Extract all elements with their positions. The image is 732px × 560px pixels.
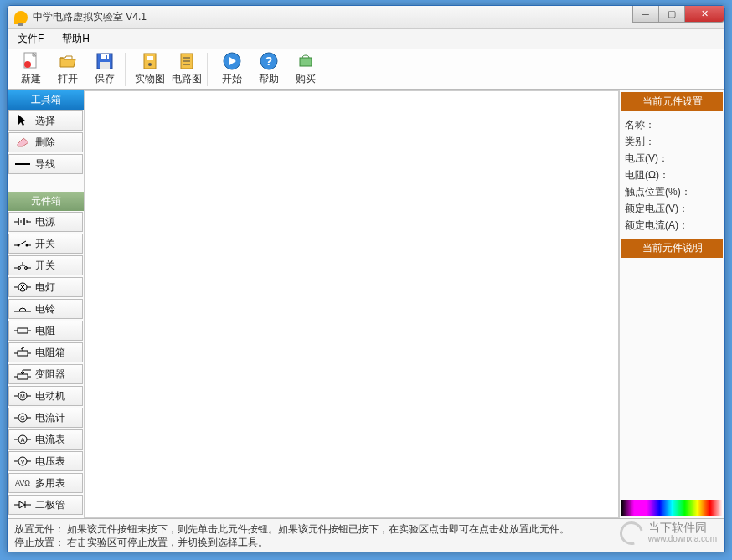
- component-switch-knife[interactable]: 开关: [8, 234, 83, 254]
- component-ammeter[interactable]: A 电流表: [8, 429, 83, 450]
- component-power[interactable]: 电源: [8, 212, 83, 232]
- right-panel: 当前元件设置 名称： 类别： 电压(V)： 电阻(Ω)： 触点位置(%)： 额定…: [619, 90, 724, 518]
- svg-rect-47: [18, 351, 28, 356]
- property-list: 名称： 类别： 电压(V)： 电阻(Ω)： 触点位置(%)： 额定电压(V)： …: [620, 113, 724, 237]
- menubar: 文件F 帮助H: [8, 29, 724, 49]
- window-title: 中学电路虚拟实验室 V4.1: [33, 10, 147, 24]
- minimize-button[interactable]: ─: [632, 6, 659, 23]
- watermark-name: 当下软件园: [648, 521, 717, 533]
- cursor-icon: [12, 114, 34, 127]
- toolbar: 新建 打开 保存 实物图 电路图 开始 ? 帮助 购买: [8, 49, 724, 90]
- tool-delete[interactable]: 删除: [8, 132, 83, 152]
- rheostat-icon: [12, 368, 34, 380]
- new-button[interactable]: 新建: [13, 51, 49, 88]
- prop-voltage: 电压(V)：: [625, 150, 719, 167]
- save-icon: [95, 52, 114, 70]
- resistor-box-icon: [12, 347, 34, 357]
- circuit-view-button[interactable]: 电路图: [168, 51, 205, 88]
- close-button[interactable]: ✕: [684, 6, 724, 23]
- open-icon: [59, 52, 77, 70]
- prop-rated-a: 额定电流(A)：: [625, 217, 719, 234]
- buy-icon: [296, 52, 315, 70]
- real-view-icon: [141, 52, 159, 70]
- save-button[interactable]: 保存: [86, 51, 123, 88]
- component-resistor-box[interactable]: 电阻箱: [8, 342, 83, 362]
- galvanometer-icon: G: [12, 413, 34, 423]
- open-button[interactable]: 打开: [49, 51, 86, 88]
- circuit-view-icon: [178, 52, 196, 70]
- toolbar-separator: [207, 53, 212, 86]
- component-bell[interactable]: 电铃: [8, 299, 83, 319]
- canvas-area[interactable]: [85, 90, 619, 518]
- svg-text:A: A: [21, 437, 25, 443]
- switch-button-icon: [12, 260, 34, 270]
- svg-rect-3: [101, 54, 109, 59]
- maximize-button[interactable]: ▢: [658, 6, 685, 23]
- multimeter-icon: AVΩ: [12, 479, 34, 487]
- content-area: 工具箱 选择 删除 导线 元件箱 电源 开关: [8, 90, 724, 518]
- statusbar: 放置元件： 如果该元件按钮未按下，则先单击此元件按钮。如果该元件按钮已按下，在实…: [8, 518, 724, 552]
- component-voltmeter[interactable]: V 电压表: [8, 451, 83, 471]
- help-icon: ?: [260, 52, 278, 70]
- svg-rect-6: [144, 54, 156, 69]
- component-diode[interactable]: 二极管: [8, 495, 83, 515]
- titlebar[interactable]: 中学电路虚拟实验室 V4.1 ─ ▢ ✕: [8, 6, 724, 29]
- prop-rated-v: 额定电压(V)：: [625, 200, 719, 217]
- window-buttons: ─ ▢ ✕: [633, 6, 724, 23]
- status-line-1: 放置元件： 如果该元件按钮未按下，则先单击此元件按钮。如果该元件按钮已按下，在实…: [14, 522, 718, 536]
- component-lamp[interactable]: 电灯: [8, 277, 83, 297]
- start-icon: [223, 52, 241, 70]
- eraser-icon: [12, 137, 34, 147]
- svg-rect-52: [18, 374, 28, 379]
- svg-rect-5: [106, 55, 107, 59]
- component-resistor[interactable]: 电阻: [8, 321, 83, 341]
- motor-icon: M: [12, 391, 34, 401]
- prop-name: 名称：: [625, 116, 719, 133]
- settings-header: 当前元件设置: [621, 92, 723, 111]
- ammeter-icon: A: [12, 434, 34, 444]
- svg-text:V: V: [21, 459, 25, 465]
- component-rheostat[interactable]: 变阻器: [8, 364, 83, 384]
- svg-rect-16: [300, 58, 312, 66]
- toolbar-separator: [125, 53, 130, 86]
- svg-rect-44: [18, 328, 28, 333]
- toolbox-header: 工具箱: [8, 90, 84, 110]
- app-window: 中学电路虚拟实验室 V4.1 ─ ▢ ✕ 文件F 帮助H 新建 打开 保存 实物…: [7, 5, 725, 552]
- watermark-url: www.downxia.com: [648, 533, 717, 545]
- svg-point-1: [24, 61, 31, 68]
- start-button[interactable]: 开始: [214, 51, 250, 88]
- component-motor[interactable]: M 电动机: [8, 386, 83, 406]
- voltmeter-icon: V: [12, 456, 34, 466]
- lamp-icon: [12, 282, 34, 292]
- component-switch-button[interactable]: 开关: [8, 255, 83, 275]
- menu-file[interactable]: 文件F: [13, 30, 49, 48]
- svg-point-8: [148, 63, 152, 66]
- wire-icon: [12, 162, 34, 167]
- watermark-logo-icon: [616, 517, 647, 549]
- tool-wire[interactable]: 导线: [8, 154, 83, 174]
- status-line-2: 停止放置： 右击实验区可停止放置，并切换到选择工具。: [14, 536, 718, 549]
- help-button[interactable]: ? 帮助: [250, 51, 287, 88]
- desc-header: 当前元件说明: [621, 239, 723, 258]
- buy-button[interactable]: 购买: [287, 51, 324, 88]
- tool-select[interactable]: 选择: [8, 110, 83, 131]
- svg-text:?: ?: [265, 54, 273, 68]
- watermark: 当下软件园 www.downxia.com: [620, 521, 717, 545]
- left-panel: 工具箱 选择 删除 导线 元件箱 电源 开关: [8, 90, 85, 518]
- real-view-button[interactable]: 实物图: [131, 51, 168, 88]
- color-picker[interactable]: [621, 500, 723, 516]
- componentbox-header: 元件箱: [8, 192, 84, 211]
- prop-type: 类别：: [625, 133, 719, 150]
- component-multimeter[interactable]: AVΩ 多用表: [8, 473, 83, 493]
- battery-icon: [12, 218, 34, 226]
- new-icon: [22, 52, 40, 70]
- svg-rect-7: [147, 56, 153, 60]
- app-icon: [14, 11, 28, 24]
- component-galvanometer[interactable]: G 电流计: [8, 408, 83, 428]
- svg-rect-4: [100, 62, 110, 69]
- switch-knife-icon: [12, 239, 34, 248]
- prop-contact: 触点位置(%)：: [625, 183, 719, 200]
- menu-help[interactable]: 帮助H: [57, 30, 95, 48]
- svg-text:G: G: [20, 415, 24, 421]
- bell-icon: [12, 304, 34, 314]
